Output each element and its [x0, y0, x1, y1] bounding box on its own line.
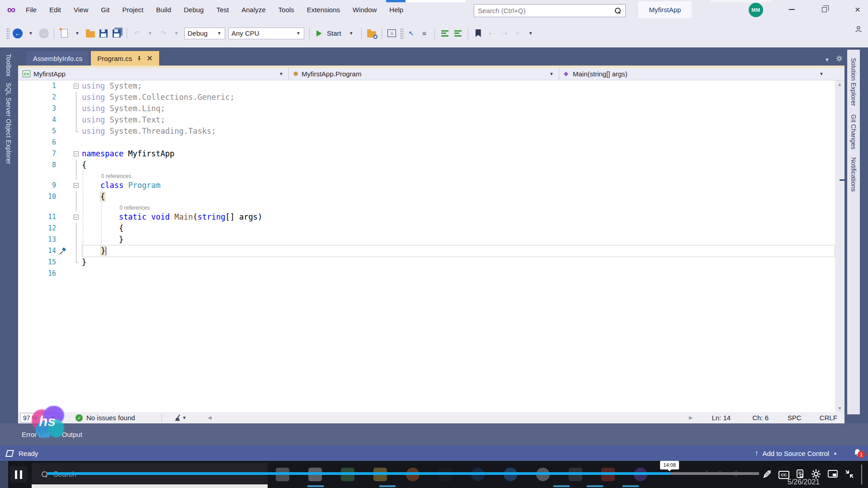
rail-tab-toolbox[interactable]: Toolbox — [5, 54, 12, 76]
code-text[interactable] — [82, 268, 835, 279]
code-text[interactable]: using System.Collections.Generic; — [82, 92, 835, 103]
menu-window[interactable]: Window — [352, 5, 377, 14]
document-list-chevron-icon[interactable]: ▼ — [825, 57, 830, 62]
breakpoint-margin[interactable] — [18, 160, 32, 171]
code-text[interactable]: using System.Text; — [82, 114, 835, 126]
rail-tab-sql-server-object-explorer[interactable]: SQL Server Object Explorer — [5, 83, 12, 164]
menu-debug[interactable]: Debug — [184, 5, 204, 14]
chevron-up-icon[interactable]: ▲ — [833, 451, 837, 455]
collapse-player-icon[interactable] — [844, 469, 854, 481]
player-pause-button[interactable] — [10, 466, 27, 483]
platform-dropdown[interactable]: Any CPU▼ — [228, 28, 304, 39]
start-options-dropdown[interactable]: ▼ — [346, 28, 356, 39]
toolbar-grip[interactable] — [400, 28, 403, 39]
menu-project[interactable]: Project — [122, 5, 144, 14]
search-icon[interactable] — [615, 8, 621, 14]
code-text[interactable]: using System.Linq; — [82, 103, 835, 114]
picture-in-picture-icon[interactable] — [827, 469, 838, 481]
previous-bookmark-button[interactable]: ⇠ — [486, 28, 496, 39]
search-input[interactable] — [474, 7, 615, 14]
code-text[interactable]: { — [82, 160, 835, 171]
show-desktop-divider[interactable] — [861, 465, 862, 484]
breakpoint-margin[interactable] — [18, 268, 32, 279]
menu-help[interactable]: Help — [389, 5, 404, 14]
code-text[interactable]: 0 references — [82, 171, 835, 180]
rail-tab-git-changes[interactable]: Git Changes — [850, 114, 857, 150]
menu-file[interactable]: File — [25, 5, 37, 14]
toggle-bookmark-button[interactable] — [473, 28, 483, 39]
comment-lines-button[interactable] — [440, 28, 450, 39]
settings-gear-icon[interactable] — [811, 469, 821, 481]
notifications-bell-icon[interactable]: 1 — [853, 448, 862, 458]
breakpoint-margin[interactable] — [18, 103, 32, 114]
undo-button[interactable]: ↶ — [132, 28, 142, 39]
breakpoint-margin[interactable] — [18, 257, 32, 268]
breakpoint-margin[interactable] — [18, 171, 32, 180]
code-text[interactable]: using System.Threading.Tasks; — [82, 126, 835, 137]
document-health-label[interactable]: No issues found — [86, 414, 135, 422]
minimize-button[interactable] — [785, 3, 798, 16]
pin-icon[interactable] — [137, 56, 142, 61]
type-dropdown[interactable]: ❋ MyfirstApp.Program ▼ — [289, 68, 559, 80]
start-debug-button[interactable]: Start — [315, 28, 343, 39]
feedback-person-icon[interactable] — [854, 25, 863, 35]
code-text[interactable] — [82, 137, 835, 148]
breakpoint-margin[interactable] — [18, 191, 32, 202]
member-dropdown[interactable]: Main(string[] args) ▼ — [559, 68, 829, 80]
redo-button[interactable]: ↷ — [158, 28, 168, 39]
breakpoint-margin[interactable] — [18, 245, 32, 257]
breakpoint-margin[interactable] — [18, 148, 32, 160]
navigate-to-cursor-button[interactable]: ↖ — [406, 28, 416, 39]
breakpoint-margin[interactable] — [18, 80, 32, 92]
breakpoint-margin[interactable] — [18, 223, 32, 234]
undo-dropdown[interactable]: ▼ — [145, 28, 155, 39]
menu-build[interactable]: Build — [156, 5, 171, 14]
vertical-scrollbar[interactable]: ▲ ▼ — [835, 80, 844, 412]
menu-extensions[interactable]: Extensions — [307, 5, 340, 14]
menu-test[interactable]: Test — [216, 5, 230, 14]
close-tab-icon[interactable]: ✕ — [146, 54, 153, 63]
next-bookmark-button[interactable]: ⇢ — [500, 28, 509, 39]
hscroll-right-arrow[interactable]: ▶ — [689, 415, 693, 421]
menu-git[interactable]: Git — [100, 5, 110, 14]
code-text[interactable]: namespace MyfirstApp — [82, 148, 835, 160]
rail-tab-notifications[interactable]: Notifications — [850, 157, 857, 192]
add-to-source-control-button[interactable]: Add to Source Control — [762, 450, 829, 457]
close-button[interactable]: × — [851, 3, 864, 16]
breakpoint-margin[interactable] — [18, 92, 32, 103]
chevron-down-icon[interactable]: ▼ — [182, 415, 187, 420]
quick-search-box[interactable] — [474, 4, 626, 17]
new-project-button[interactable] — [59, 28, 69, 39]
project-dropdown[interactable]: C# MyfirstApp ▼ — [18, 68, 289, 80]
code-editor[interactable]: 1–using System;2using System.Collections… — [18, 80, 835, 412]
spaces-indicator[interactable]: SPC — [788, 414, 802, 422]
clear-bookmarks-button[interactable]: × — [513, 28, 523, 39]
code-text[interactable]: static void Main(string[] args) — [82, 211, 835, 223]
find-in-files-button[interactable] — [367, 28, 377, 39]
user-avatar[interactable]: MM — [749, 3, 763, 17]
new-item-dropdown[interactable]: ▼ — [72, 28, 82, 39]
scroll-down-arrow[interactable]: ▼ — [835, 404, 844, 412]
line-ending-indicator[interactable]: CRLF — [820, 414, 837, 422]
code-text[interactable]: 0 references — [82, 202, 835, 211]
transcript-search-icon[interactable] — [796, 469, 805, 481]
code-text[interactable]: { — [82, 223, 835, 234]
open-file-button[interactable] — [85, 28, 95, 39]
outline-view-button[interactable]: ≡ — [420, 28, 429, 39]
uncomment-lines-button[interactable] — [453, 28, 463, 39]
menu-edit[interactable]: Edit — [49, 5, 61, 14]
breakpoint-margin[interactable] — [18, 126, 32, 137]
code-text[interactable]: using System; — [82, 80, 835, 92]
code-cleanup-broom-icon[interactable] — [175, 414, 182, 422]
menu-view[interactable]: View — [73, 5, 89, 14]
solution-name-badge[interactable]: MyfirstApp — [638, 1, 692, 18]
collapse-region-button[interactable]: – — [74, 183, 79, 188]
code-text[interactable]: } — [82, 245, 835, 257]
tab-settings-gear-icon[interactable] — [836, 55, 843, 64]
codelens-references-link[interactable]: 0 references — [82, 173, 132, 179]
toolbar-options-dropdown[interactable]: ▼ — [526, 28, 536, 39]
code-text[interactable]: { — [82, 191, 835, 202]
breakpoint-margin[interactable] — [18, 180, 32, 191]
code-text[interactable]: } — [82, 257, 835, 268]
navigate-forward-button[interactable]: → — [39, 28, 49, 39]
